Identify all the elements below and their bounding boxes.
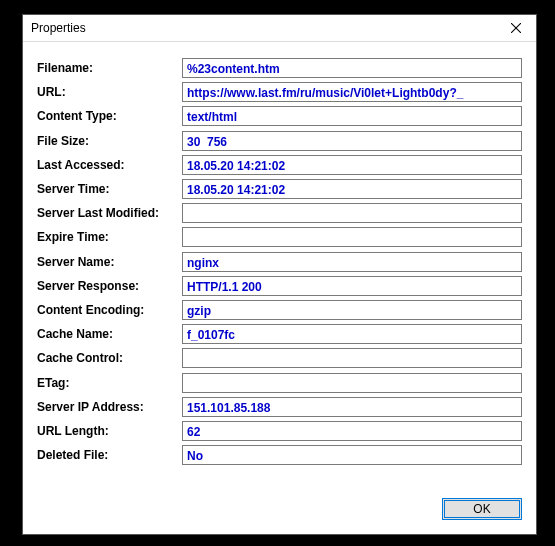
- field-row: Last Accessed:: [37, 153, 522, 177]
- content-area: Filename: URL: Content Type: File Size: …: [23, 42, 536, 492]
- field-value[interactable]: [182, 445, 522, 465]
- field-label: URL:: [37, 85, 182, 99]
- close-button[interactable]: [496, 15, 536, 41]
- field-label: Expire Time:: [37, 230, 182, 244]
- field-label: Server Last Modified:: [37, 206, 182, 220]
- field-row: Deleted File:: [37, 443, 522, 467]
- field-label: Server Name:: [37, 255, 182, 269]
- close-icon: [511, 23, 521, 33]
- field-value[interactable]: [182, 155, 522, 175]
- properties-dialog: Properties Filename: URL: Content Type: …: [22, 14, 537, 535]
- field-row: ETag:: [37, 370, 522, 394]
- field-label: Server Time:: [37, 182, 182, 196]
- field-row: Cache Control:: [37, 346, 522, 370]
- field-value[interactable]: [182, 276, 522, 296]
- field-row: Cache Name:: [37, 322, 522, 346]
- field-row: Server IP Address:: [37, 395, 522, 419]
- field-value[interactable]: [182, 348, 522, 368]
- field-value[interactable]: [182, 300, 522, 320]
- field-label: Server Response:: [37, 279, 182, 293]
- field-label: URL Length:: [37, 424, 182, 438]
- field-row: URL:: [37, 80, 522, 104]
- field-label: Server IP Address:: [37, 400, 182, 414]
- field-value[interactable]: [182, 82, 522, 102]
- field-label: Last Accessed:: [37, 158, 182, 172]
- field-value[interactable]: [182, 131, 522, 151]
- field-row: Server Last Modified:: [37, 201, 522, 225]
- field-label: File Size:: [37, 134, 182, 148]
- window-title: Properties: [31, 21, 496, 35]
- field-row: File Size:: [37, 129, 522, 153]
- field-row: URL Length:: [37, 419, 522, 443]
- field-value[interactable]: [182, 106, 522, 126]
- field-value[interactable]: [182, 324, 522, 344]
- field-value[interactable]: [182, 203, 522, 223]
- field-row: Content Type:: [37, 104, 522, 128]
- ok-button[interactable]: OK: [442, 498, 522, 520]
- field-value[interactable]: [182, 397, 522, 417]
- field-value[interactable]: [182, 421, 522, 441]
- footer: OK: [23, 492, 536, 534]
- field-row: Server Name:: [37, 250, 522, 274]
- field-value[interactable]: [182, 227, 522, 247]
- field-value[interactable]: [182, 58, 522, 78]
- field-label: Content Type:: [37, 109, 182, 123]
- field-value[interactable]: [182, 373, 522, 393]
- field-value[interactable]: [182, 252, 522, 272]
- field-label: Cache Name:: [37, 327, 182, 341]
- field-row: Expire Time:: [37, 225, 522, 249]
- field-label: Content Encoding:: [37, 303, 182, 317]
- field-label: ETag:: [37, 376, 182, 390]
- field-label: Deleted File:: [37, 448, 182, 462]
- field-label: Filename:: [37, 61, 182, 75]
- field-row: Server Response:: [37, 274, 522, 298]
- titlebar: Properties: [23, 15, 536, 42]
- field-row: Content Encoding:: [37, 298, 522, 322]
- field-label: Cache Control:: [37, 351, 182, 365]
- field-row: Filename:: [37, 56, 522, 80]
- field-value[interactable]: [182, 179, 522, 199]
- field-row: Server Time:: [37, 177, 522, 201]
